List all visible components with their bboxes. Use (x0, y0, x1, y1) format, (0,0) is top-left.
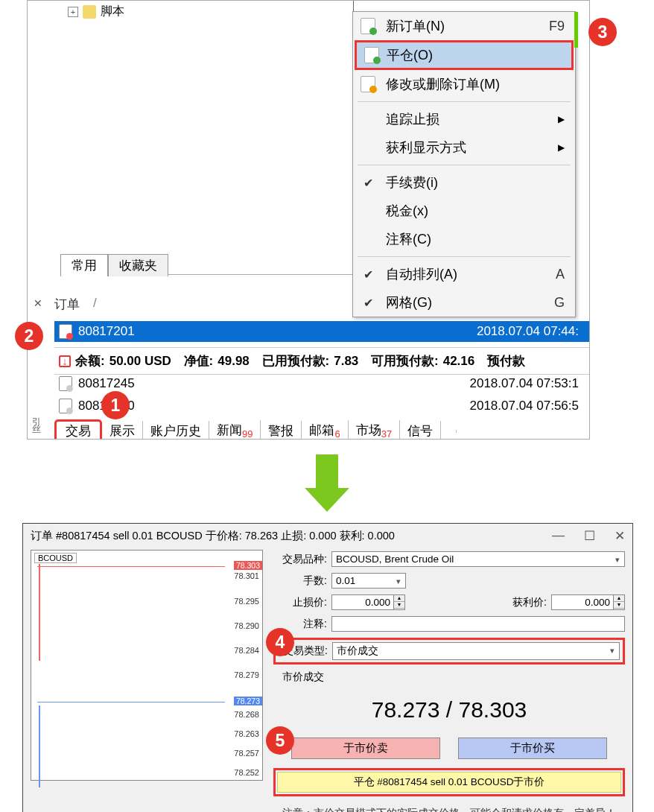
menu-label: 网格(G) (386, 294, 432, 311)
buy-button[interactable]: 于市价买 (458, 738, 607, 759)
submenu-arrow-icon: ▶ (558, 114, 565, 124)
equity-label: 净值: (184, 352, 214, 369)
minimize-icon[interactable]: — (552, 528, 565, 544)
orders-column-header[interactable]: 订单 / (54, 296, 97, 313)
tick-label: 78.263 (234, 729, 259, 738)
menu-comment[interactable]: 注释(C) (353, 225, 575, 253)
menu-profit-display[interactable]: 获利显示方式 ▶ (353, 133, 575, 162)
order-id: 80817245 (78, 376, 135, 391)
balance-summary-row: ↓ 余额: 50.00 USD 净值: 49.98 已用预付款: 7.83 可用… (54, 347, 589, 375)
menu-tax[interactable]: 税金(x) (353, 197, 575, 225)
chevron-down-icon: ▾ (396, 577, 401, 586)
tab-common[interactable]: 常用 (60, 254, 108, 276)
menu-new-order[interactable]: 新订单(N) F9 (353, 12, 575, 40)
comment-input[interactable] (331, 616, 625, 632)
close-panel-icon[interactable]: ✕ (34, 297, 42, 309)
chevron-down-icon: ▾ (615, 555, 620, 565)
callout-2: 2 (15, 322, 43, 350)
menu-label: 手续费(i) (386, 174, 438, 191)
dialog-titlebar[interactable]: 订单 #80817454 sell 0.01 BCOUSD 于价格: 78.26… (31, 528, 625, 544)
type-row-highlight: 交易类型: 市价成交 ▾ (273, 638, 625, 664)
menu-grid[interactable]: ✔ 网格(G) G (353, 288, 575, 317)
equity-value: 49.98 (218, 354, 250, 369)
sl-stepper[interactable]: 0.000 ▲▼ (331, 594, 405, 610)
tree-expand-icon[interactable]: + (68, 7, 78, 17)
callout-4: 4 (266, 628, 294, 656)
tick-label: 78.252 (234, 768, 259, 777)
order-id: 80817201 (78, 324, 135, 339)
tick-label: 78.290 (234, 621, 259, 630)
step-down-icon[interactable]: ▼ (614, 602, 624, 609)
market-warning-note: 注意：市价交易模式下的实际成交价格，可能会和请求价格有一定差异！ (273, 807, 625, 812)
tab-news[interactable]: 新闻99 (209, 420, 261, 440)
sell-button[interactable]: 于市价卖 (291, 738, 440, 759)
tick-label: 78.268 (234, 710, 259, 719)
menu-shortcut: G (554, 295, 565, 311)
free-margin-value: 42.16 (443, 354, 475, 369)
tab-label: 邮箱 (309, 423, 334, 437)
close-order-button[interactable]: 平仓 #80817454 sell 0.01 BCOUSD于市价 (277, 772, 621, 793)
tab-badge: 6 (334, 429, 340, 440)
step-down-icon[interactable]: ▼ (394, 602, 404, 609)
tab-more[interactable] (441, 430, 457, 433)
tree-item-scripts[interactable]: + 脚本 (60, 1, 353, 22)
order-row-selected[interactable]: 80817201 2018.07.04 07:44: (54, 321, 589, 342)
tp-value[interactable]: 0.000 (551, 594, 614, 610)
close-icon[interactable]: ✕ (615, 528, 625, 544)
margin-value: 7.83 (334, 354, 358, 369)
tp-stepper[interactable]: 0.000 ▲▼ (551, 594, 625, 610)
sl-value[interactable]: 0.000 (331, 594, 394, 610)
prepay-label: 预付款 (487, 352, 525, 369)
menu-close-position[interactable]: 平仓(O) (355, 40, 574, 70)
callout-3: 3 (588, 18, 617, 46)
tab-signals[interactable]: 信号 (400, 421, 441, 440)
tab-market[interactable]: 市场37 (349, 420, 400, 440)
step-up-icon[interactable]: ▲ (614, 595, 624, 602)
balance-label: 余额: (75, 352, 105, 369)
folder-icon (83, 5, 96, 19)
tab-alerts[interactable]: 警报 (261, 421, 302, 440)
tick-label: 78.279 (234, 670, 259, 679)
check-icon: ✔ (363, 176, 373, 190)
navigator-tree: + 脚本 (60, 1, 354, 275)
tab-mail[interactable]: 邮箱6 (302, 420, 348, 440)
step-up-icon[interactable]: ▲ (394, 595, 404, 602)
menu-label: 修改或删除订单(M) (386, 75, 500, 93)
balance-value: 50.00 USD (109, 354, 171, 369)
tab-display[interactable]: 展示 (102, 421, 143, 440)
sl-label: 止损价: (273, 596, 327, 609)
type-select[interactable]: 市价成交 ▾ (332, 642, 620, 660)
menu-trailing-stop[interactable]: 追踪止损 ▶ (353, 105, 575, 133)
menu-separator (358, 101, 571, 102)
menu-separator (358, 256, 571, 257)
menu-separator (358, 165, 571, 165)
menu-modify-order[interactable]: 修改或删除订单(M) (353, 70, 575, 98)
menu-commission[interactable]: ✔ 手续费(i) (353, 168, 575, 197)
order-row[interactable]: 80817245 2018.07.04 07:53:1 (54, 373, 589, 394)
tab-trade[interactable]: 交易 (54, 419, 102, 440)
tab-history[interactable]: 账户历史 (143, 421, 209, 440)
resize-handle-icon[interactable]: 引丝 (32, 418, 41, 433)
tab-favorites[interactable]: 收藏夹 (108, 254, 168, 276)
maximize-icon[interactable]: ☐ (584, 528, 595, 544)
bid-price-box: 78.273 (234, 697, 262, 705)
terminal-tabs: 交易 展示 账户历史 新闻99 警报 邮箱6 市场37 信号 (54, 419, 457, 440)
volume-select[interactable]: 0.01 ▾ (331, 573, 406, 589)
mode-label: 市价成交 (273, 670, 625, 684)
menu-label: 注释(C) (386, 230, 431, 248)
chevron-down-icon: ▾ (610, 646, 615, 656)
menu-label: 税金(x) (386, 202, 428, 220)
check-icon: ✔ (363, 296, 373, 310)
order-row[interactable]: 80817250 2018.07.04 07:56:5 (54, 396, 589, 416)
submenu-arrow-icon: ▶ (558, 142, 565, 153)
order-icon (59, 324, 72, 339)
menu-auto-arrange[interactable]: ✔ 自动排列(A) A (353, 260, 575, 288)
modify-order-icon (361, 76, 375, 92)
close-order-highlight: 平仓 #80817454 sell 0.01 BCOUSD于市价 (273, 768, 625, 796)
tab-label: 市场 (356, 423, 381, 437)
order-icon (59, 376, 72, 391)
symbol-select[interactable]: BCOUSD, Brent Crude Oil ▾ (331, 551, 625, 567)
tab-badge: 99 (242, 429, 253, 440)
sort-indicator-icon: / (93, 296, 97, 313)
check-icon: ✔ (363, 267, 373, 282)
